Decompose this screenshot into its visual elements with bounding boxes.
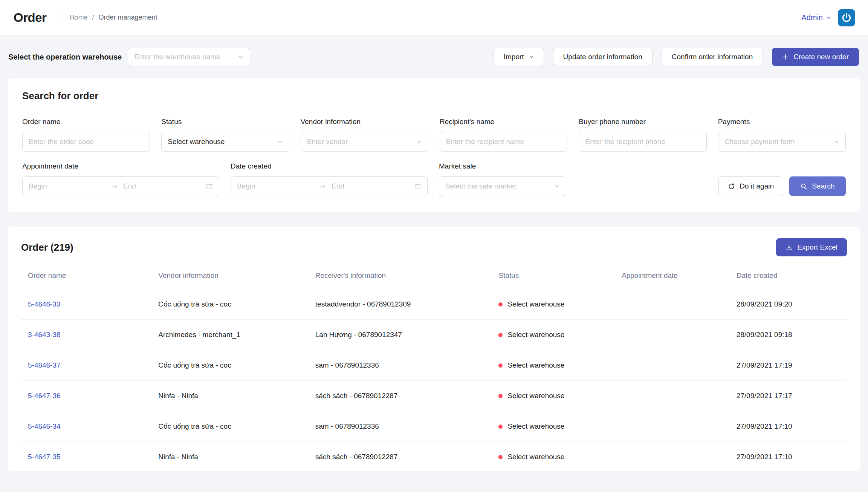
status-badge: Select warehouse [498,300,608,308]
recipient-name-field: Recipient's name [440,118,567,152]
order-link[interactable]: 3-4643-38 [28,331,61,339]
calendar-icon [414,183,421,190]
column-header-order-name: Order name [21,264,151,289]
reload-icon [728,183,735,190]
date-created-range-picker[interactable]: Begin End [231,176,428,196]
buyer-phone-input[interactable] [579,132,706,152]
receiver-cell: sam - 06789012336 [309,411,492,442]
search-button[interactable]: Search [789,176,846,196]
column-header-status: Status [492,264,615,289]
page-title: Order [14,11,46,25]
status-field: Status Select warehouse [161,118,289,152]
header: Order Home / Order management Admin [0,0,868,35]
order-link[interactable]: 5-4646-37 [28,361,61,369]
header-divider [58,10,58,26]
update-order-button[interactable]: Update order information [553,48,653,66]
table-row: 5-4646-37 Cốc uống trà sữa - coc sam - 0… [21,350,847,381]
status-select-value: Select warehouse [168,138,225,146]
chevron-down-icon [416,139,422,145]
payments-select[interactable]: Choose payment form [718,132,846,152]
order-link[interactable]: 5-4647-36 [28,392,61,400]
appointment-cell [615,350,730,381]
status-dot-icon [498,363,503,368]
vendor-field: Vendor information Enter vendor [301,118,428,152]
search-panel: Search for order Order name Status Selec… [8,78,860,212]
plus-icon [782,54,789,60]
date-created-end[interactable]: End [326,182,414,190]
status-text: Select warehouse [507,453,564,461]
receiver-cell: sam - 06789012336 [309,350,492,381]
table-row: 3-4643-38 Archimedes - merchant_1 Lan Hư… [21,320,847,350]
vendor-select[interactable]: Enter vendor [301,132,428,152]
export-excel-button[interactable]: Export Excel [776,238,847,256]
order-count-title: Order (219) [21,242,73,253]
created-cell: 27/09/2021 17:17 [730,381,847,411]
appointment-date-begin[interactable]: Begin [29,182,111,190]
order-list-panel: Order (219) Export Excel Order name Vend… [8,227,860,471]
confirm-order-button[interactable]: Confirm order information [662,48,763,66]
receiver-cell: sách sách - 06789012287 [309,442,492,472]
status-dot-icon [498,455,503,459]
vendor-cell: Cốc uống trà sữa - coc [151,411,308,442]
appointment-date-field: Appointment date Begin End [22,162,219,196]
column-header-vendor: Vendor information [151,264,308,289]
vendor-cell: Ninfa - Ninfa [151,381,308,411]
vendor-cell: Archimedes - merchant_1 [151,320,308,350]
date-created-field: Date created Begin End [231,162,428,196]
recipient-name-label: Recipient's name [440,118,567,126]
warehouse-select[interactable]: Enter the warehouse name [128,48,250,66]
search-button-label: Search [812,182,834,190]
breadcrumb: Home / Order management [69,14,157,21]
market-sale-select[interactable]: Select the sale market [439,176,566,196]
toolbar: Select the operation warehouse Enter the… [0,35,868,78]
vendor-cell: Cốc uống trà sữa - coc [151,350,308,381]
chevron-down-icon [529,54,534,60]
created-cell: 28/09/2021 09:18 [730,320,847,350]
payments-label: Payments [718,118,846,126]
status-dot-icon [498,333,503,337]
arrow-right-icon [111,184,118,189]
created-cell: 27/09/2021 17:10 [730,411,847,442]
confirm-order-button-label: Confirm order information [672,53,753,61]
reset-button-label: Do it again [740,182,774,190]
download-icon [785,244,793,251]
create-new-order-button[interactable]: Create new order [772,48,859,66]
chevron-down-icon [554,184,560,189]
table-row: 5-4647-36 Ninfa - Ninfa sách sách - 0678… [21,381,847,411]
chevron-down-icon [277,139,283,145]
date-created-begin[interactable]: Begin [237,182,319,190]
chevron-down-icon [834,139,839,145]
update-order-button-label: Update order information [563,53,642,61]
order-table-head: Order name Vendor information Receiver's… [21,264,847,289]
breadcrumb-home[interactable]: Home [69,14,87,21]
status-text: Select warehouse [507,361,564,369]
status-badge: Select warehouse [498,422,608,431]
calendar-icon [206,183,213,190]
import-button-label: Import [504,53,524,61]
buyer-phone-label: Buyer phone number [579,118,706,126]
receiver-cell: Lan Hương - 06789012347 [309,320,492,350]
app-logo[interactable] [838,9,855,26]
appointment-date-range-picker[interactable]: Begin End [22,176,219,196]
breadcrumb-current: Order management [98,14,157,21]
search-actions: Do it again Search [718,176,846,196]
vendor-cell: Ninfa - Ninfa [151,442,308,472]
appointment-date-end[interactable]: End [118,182,206,190]
admin-menu[interactable]: Admin [801,13,832,22]
toolbar-buttons: Import Update order information Confirm … [494,48,859,66]
reset-button[interactable]: Do it again [718,176,783,196]
status-select[interactable]: Select warehouse [161,132,289,152]
order-name-input[interactable] [22,132,150,152]
export-excel-button-label: Export Excel [797,243,837,251]
order-link[interactable]: 5-4646-33 [28,300,61,308]
header-right: Admin [801,9,855,26]
breadcrumb-separator: / [92,14,94,21]
order-link[interactable]: 5-4647-35 [28,453,61,461]
status-label: Status [161,118,289,126]
order-link[interactable]: 5-4646-34 [28,422,61,430]
market-sale-label: Market sale [439,162,566,170]
admin-label: Admin [801,13,823,22]
recipient-name-input[interactable] [440,132,567,152]
import-button[interactable]: Import [494,48,544,66]
status-dot-icon [498,394,503,398]
